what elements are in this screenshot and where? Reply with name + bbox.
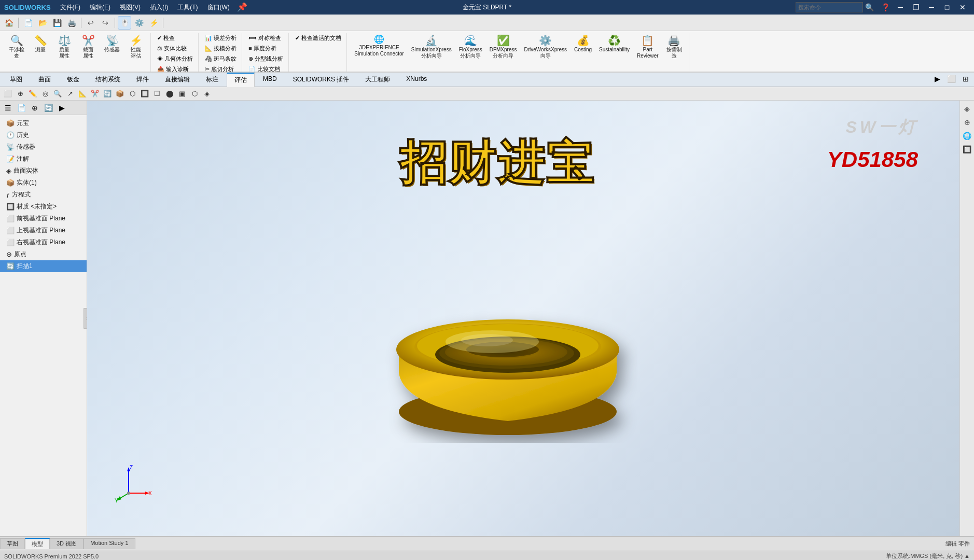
view-btn-8[interactable]: ✂️	[89, 88, 101, 100]
menu-edit[interactable]: 编辑(E)	[86, 2, 115, 13]
view-btn-15[interactable]: ▣	[176, 88, 188, 100]
close-button[interactable]: ✕	[955, 2, 970, 12]
check-active-button[interactable]: ✔ 检查激活的文档	[293, 33, 343, 43]
redo-button[interactable]: ↪	[99, 16, 112, 30]
ondemand-button[interactable]: 🖨️ 按需制造	[663, 33, 686, 61]
import-diag-button[interactable]: 📥 输入诊断	[155, 64, 195, 73]
tree-item-sweep[interactable]: 🔄 扫描1	[0, 260, 87, 272]
view-btn-16[interactable]: ⬡	[189, 88, 200, 100]
status-tab-sketch[interactable]: 草图	[0, 538, 25, 549]
view-btn-14[interactable]: ⬤	[164, 88, 175, 100]
costing-button[interactable]: 💰 Costing	[571, 33, 595, 55]
view-btn-17[interactable]: ◈	[201, 88, 213, 100]
home-button[interactable]: 🏠	[2, 16, 16, 30]
right-btn-3[interactable]: 🌐	[961, 130, 973, 142]
check-button[interactable]: ✔ 检查	[155, 33, 195, 43]
sidebar-menu-icon[interactable]: ☰	[2, 102, 13, 114]
right-btn-2[interactable]: ⊕	[961, 116, 973, 129]
undo-button[interactable]: ↩	[84, 16, 98, 30]
power-button[interactable]: ⚡	[147, 16, 160, 30]
tree-item-root[interactable]: 📦 元宝	[0, 117, 87, 129]
help-icon[interactable]: ❓	[881, 3, 890, 11]
sustainability-button[interactable]: ♻️ Sustainability	[596, 33, 633, 55]
menu-tools[interactable]: 工具(T)	[173, 2, 202, 13]
tab-mbd[interactable]: MBD	[255, 73, 285, 87]
tab-sketch[interactable]: 草图	[2, 73, 30, 87]
geometry-button[interactable]: ◈ 几何体分析	[155, 54, 195, 64]
view-btn-1[interactable]: ⬜	[2, 88, 13, 100]
tree-item-surfaces[interactable]: ◈ 曲面实体	[0, 165, 87, 177]
tab-expand-icon[interactable]: ▶	[931, 73, 943, 87]
zebra-button[interactable]: 🦓 斑马条纹	[203, 54, 239, 64]
simulationxpress-button[interactable]: 🔬 SimulationXpress分析向导	[408, 33, 455, 61]
view-btn-10[interactable]: 📦	[114, 88, 126, 100]
minimize-button2[interactable]: ─	[924, 2, 939, 12]
pin-icon[interactable]: 📌	[235, 2, 249, 13]
draft-analysis-button[interactable]: 📐 拔模分析	[203, 44, 239, 53]
mass-props-button[interactable]: ⚖️ 质量属性	[53, 33, 76, 61]
tab-evaluate[interactable]: 评估	[227, 73, 255, 87]
tab-tools[interactable]: 大工程师	[357, 73, 398, 87]
floxpress-button[interactable]: 🌊 FloXpress分析向导	[456, 33, 485, 61]
dfmxpress-button[interactable]: ✅ DFMXpress分析向导	[486, 33, 520, 61]
tree-item-material[interactable]: 🔲 材质 <未指定>	[0, 201, 87, 213]
view-btn-4[interactable]: ◎	[39, 88, 51, 100]
performance-button[interactable]: ⚡ 性能评估	[124, 33, 147, 61]
float-icon[interactable]: ⊞	[959, 73, 972, 87]
view-btn-3[interactable]: ✏️	[27, 88, 38, 100]
undercut-button[interactable]: ✂ 底切分析	[203, 64, 239, 73]
status-tab-3d[interactable]: 3D 视图	[50, 538, 84, 549]
minimize-button[interactable]: ─	[893, 2, 908, 12]
menu-file[interactable]: 文件(F)	[56, 2, 85, 13]
tree-item-sensors[interactable]: 📡 传感器	[0, 141, 87, 153]
tab-plugins[interactable]: SOLIDWORKS 插件	[285, 73, 357, 87]
tree-item-solids[interactable]: 📦 实体(1)	[0, 177, 87, 189]
tab-direct[interactable]: 直接编辑	[157, 73, 198, 87]
part-reviewer-button[interactable]: 📋 PartReviewer	[634, 33, 662, 61]
tree-item-top-plane[interactable]: ⬜ 上视基准面 Plane	[0, 225, 87, 236]
menu-insert[interactable]: 插入(I)	[146, 2, 172, 13]
view-btn-5[interactable]: 🔍	[52, 88, 63, 100]
sensor-button[interactable]: 📡 传感器	[101, 33, 123, 55]
symmetric-button[interactable]: ⟺ 对称检查	[246, 33, 285, 43]
thickness-button[interactable]: ≡ 厚度分析	[246, 44, 285, 53]
tab-structural[interactable]: 结构系统	[88, 73, 128, 87]
error-analysis-button[interactable]: 📊 误差分析	[203, 33, 239, 43]
interference-check-button[interactable]: 🔍 干涉检查	[5, 33, 28, 61]
new-button[interactable]: 📄	[21, 16, 35, 30]
right-btn-4[interactable]: 🔲	[961, 143, 973, 156]
cursor-button[interactable]: 🖱️	[118, 16, 131, 30]
tab-options-icon[interactable]: ⬜	[944, 73, 959, 87]
view-btn-9[interactable]: 🔄	[102, 88, 113, 100]
status-tab-model[interactable]: 模型	[25, 538, 50, 549]
view-btn-11[interactable]: ⬡	[127, 88, 138, 100]
tab-sheetmetal[interactable]: 钣金	[59, 73, 87, 87]
print-button[interactable]: 🖨️	[65, 16, 78, 30]
tree-item-equations[interactable]: ƒ 方程式	[0, 189, 87, 201]
tab-weldment[interactable]: 焊件	[129, 73, 157, 87]
parting-button[interactable]: ⊗ 分型线分析	[246, 54, 285, 64]
save-button[interactable]: 💾	[50, 16, 64, 30]
status-tab-motion[interactable]: Motion Study 1	[84, 538, 135, 549]
restore-button[interactable]: ❐	[909, 2, 923, 12]
search-icon[interactable]: 🔍	[865, 3, 874, 11]
tree-item-annotations[interactable]: 📝 注解	[0, 153, 87, 165]
view-btn-2[interactable]: ⊕	[15, 88, 26, 100]
open-button[interactable]: 📂	[36, 16, 49, 30]
view-btn-13[interactable]: ☐	[151, 88, 163, 100]
sidebar-collapse-arrow[interactable]: ›	[84, 308, 87, 329]
tree-item-right-plane[interactable]: ⬜ 右视基准面 Plane	[0, 236, 87, 248]
menu-view[interactable]: 视图(V)	[116, 2, 145, 13]
tab-xnurbs[interactable]: XNurbs	[398, 73, 435, 87]
tab-annotation[interactable]: 标注	[198, 73, 226, 87]
compare-button[interactable]: ⚖ 实体比较	[155, 44, 195, 53]
menu-window[interactable]: 窗口(W)	[203, 2, 234, 13]
search-input[interactable]	[796, 2, 863, 12]
view-btn-6[interactable]: ↗	[64, 88, 76, 100]
tree-item-origin[interactable]: ⊕ 原点	[0, 248, 87, 260]
maximize-button[interactable]: □	[940, 2, 954, 12]
tree-item-history[interactable]: 🕐 历史	[0, 129, 87, 141]
compare-doc-button[interactable]: 📄 比较文档	[246, 64, 285, 73]
settings-button[interactable]: ⚙️	[132, 16, 146, 30]
driveworks-button[interactable]: ⚙️ DriveWorksXpress向导	[521, 33, 570, 61]
